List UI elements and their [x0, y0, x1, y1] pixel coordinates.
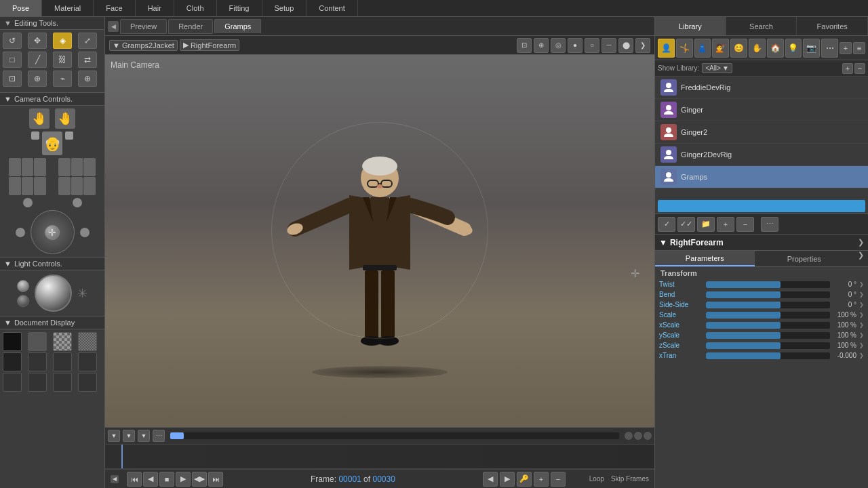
- lib-icon-pose[interactable]: 🤸: [676, 39, 693, 58]
- param-slider[interactable]: [706, 342, 830, 349]
- doc-item-black[interactable]: [3, 332, 22, 351]
- param-slider[interactable]: [706, 312, 830, 319]
- top-tab-fitting[interactable]: Fitting: [217, 0, 262, 16]
- param-arrow[interactable]: ❯: [859, 342, 864, 348]
- tab-properties[interactable]: Properties: [755, 251, 854, 266]
- hand-pose-1[interactable]: [9, 158, 21, 176]
- doc-item-12[interactable]: [78, 373, 97, 392]
- lib-icon-hand[interactable]: ✋: [749, 39, 766, 58]
- doc-item-8[interactable]: [78, 352, 97, 371]
- tab-search[interactable]: Search: [726, 17, 797, 35]
- top-tab-material[interactable]: Material: [42, 0, 94, 16]
- cam-dot-bottom-left[interactable]: [16, 228, 25, 237]
- cam-dot-bottom-right[interactable]: [80, 228, 90, 237]
- breadcrumb-gramps2jacket[interactable]: ▼ Gramps2Jacket: [109, 40, 178, 51]
- hand-left-icon[interactable]: 🤚: [29, 108, 50, 129]
- lib-item-ginger[interactable]: Ginger: [655, 99, 868, 121]
- vp-tool-8[interactable]: ❯: [635, 38, 650, 53]
- tool-zoom[interactable]: ⊕: [28, 70, 47, 87]
- top-tab-hair[interactable]: Hair: [136, 0, 174, 16]
- param-slider[interactable]: [706, 291, 830, 298]
- doc-item-6[interactable]: [28, 352, 47, 371]
- top-tab-content[interactable]: Content: [307, 0, 358, 16]
- light-knob-1[interactable]: [17, 280, 29, 292]
- doc-item-9[interactable]: [3, 373, 22, 392]
- vp-tool-4[interactable]: ●: [568, 38, 583, 53]
- top-tab-face[interactable]: Face: [94, 0, 135, 16]
- lib-icon-camera[interactable]: 📷: [803, 39, 820, 58]
- hand-pose-10[interactable]: [58, 177, 71, 195]
- hand-pose-6[interactable]: [34, 177, 46, 195]
- doc-item-7[interactable]: [53, 352, 72, 371]
- lib-folder-btn[interactable]: 📁: [697, 217, 715, 232]
- tl-left-btn[interactable]: ◀: [111, 475, 119, 483]
- vp-tool-5[interactable]: ○: [585, 38, 599, 53]
- hand-pose-9[interactable]: [83, 158, 96, 176]
- tl-next-btn[interactable]: ⏭: [208, 472, 223, 487]
- lib-icon-hair[interactable]: 💇: [712, 39, 729, 58]
- hand-right-icon[interactable]: 🤚: [55, 108, 75, 129]
- tab-gramps[interactable]: Gramps: [214, 19, 261, 33]
- param-arrow[interactable]: ❯: [859, 291, 864, 298]
- hand-pose-3[interactable]: [34, 158, 46, 176]
- top-tab-setup[interactable]: Setup: [262, 0, 307, 16]
- tl-nav-right-btn[interactable]: ▶: [500, 472, 515, 487]
- param-slider[interactable]: [706, 332, 830, 339]
- lib-item-ginger2[interactable]: Ginger2: [655, 121, 868, 144]
- tl-down-btn[interactable]: ▼: [108, 430, 120, 442]
- doc-item-gray[interactable]: [28, 332, 47, 351]
- tool-box[interactable]: □: [3, 52, 22, 68]
- param-slider[interactable]: [706, 352, 830, 359]
- doc-item-checker2[interactable]: [78, 332, 97, 351]
- tool-sym[interactable]: ⇄: [78, 52, 97, 68]
- tl-stop-btn[interactable]: ■: [159, 472, 174, 487]
- tool-move[interactable]: ✥: [28, 33, 47, 49]
- lib-remove-item-btn[interactable]: −: [736, 217, 754, 232]
- vp-tool-6[interactable]: ─: [601, 38, 616, 53]
- vp-tool-3[interactable]: ◎: [551, 38, 566, 53]
- lib-check-btn[interactable]: ✓: [658, 217, 675, 232]
- tool-transform[interactable]: ⤢: [78, 33, 97, 49]
- param-arrow[interactable]: ❯: [859, 281, 864, 287]
- lib-expand-btn[interactable]: +: [840, 42, 852, 54]
- vp-tool-2[interactable]: ⊕: [534, 38, 549, 53]
- hand-pose-2[interactable]: [22, 158, 34, 176]
- tool-select[interactable]: ◈: [53, 33, 72, 49]
- param-slider[interactable]: [706, 322, 830, 329]
- lib-filter-minus-btn[interactable]: −: [854, 63, 865, 74]
- tool-frame[interactable]: ⊡: [3, 70, 22, 87]
- tl-nav-left-btn[interactable]: ◀: [483, 472, 498, 487]
- vp-tool-7[interactable]: ⬤: [618, 38, 633, 53]
- param-slider[interactable]: [706, 281, 830, 288]
- hand-pose-4[interactable]: [9, 177, 21, 195]
- tab-preview[interactable]: Preview: [120, 19, 167, 34]
- param-arrow[interactable]: ❯: [859, 302, 864, 308]
- tool-bone[interactable]: ╱: [28, 52, 47, 68]
- light-knob-2[interactable]: [17, 295, 29, 307]
- cam-dot-right[interactable]: [73, 198, 82, 207]
- hand-pose-12[interactable]: [83, 177, 96, 195]
- tool-rotate[interactable]: ↺: [3, 33, 22, 49]
- doc-item-checker[interactable]: [53, 332, 72, 351]
- param-arrow[interactable]: ❯: [859, 332, 864, 338]
- tl-play-btn[interactable]: ▶: [176, 472, 191, 487]
- lib-item-ginger2devrig[interactable]: Ginger2DevRig: [655, 144, 868, 166]
- param-slider[interactable]: [706, 302, 830, 308]
- lib-icon-more[interactable]: ⋯: [821, 39, 838, 58]
- tl-minus-btn[interactable]: −: [551, 472, 566, 487]
- lib-add-item-btn[interactable]: +: [717, 217, 734, 232]
- viewport-tab-arrow-left[interactable]: ◀: [108, 21, 119, 32]
- hand-pose-5[interactable]: [22, 177, 34, 195]
- lib-filter-add-btn[interactable]: +: [842, 63, 853, 74]
- vp-tool-1[interactable]: ⊡: [517, 38, 532, 53]
- tl-plus-btn[interactable]: +: [534, 472, 549, 487]
- tab-library[interactable]: Library: [655, 17, 726, 35]
- param-arrow[interactable]: ❯: [859, 352, 864, 359]
- doc-item-10[interactable]: [28, 373, 47, 392]
- tl-prev-btn[interactable]: ⏮: [127, 472, 142, 487]
- tl-btn-2[interactable]: ▼: [123, 430, 135, 442]
- params-expand-btn[interactable]: ❯: [858, 238, 864, 247]
- lib-icon-light[interactable]: 💡: [785, 39, 802, 58]
- params-tab-expand[interactable]: ❯: [854, 251, 868, 266]
- hand-pose-8[interactable]: [71, 158, 83, 176]
